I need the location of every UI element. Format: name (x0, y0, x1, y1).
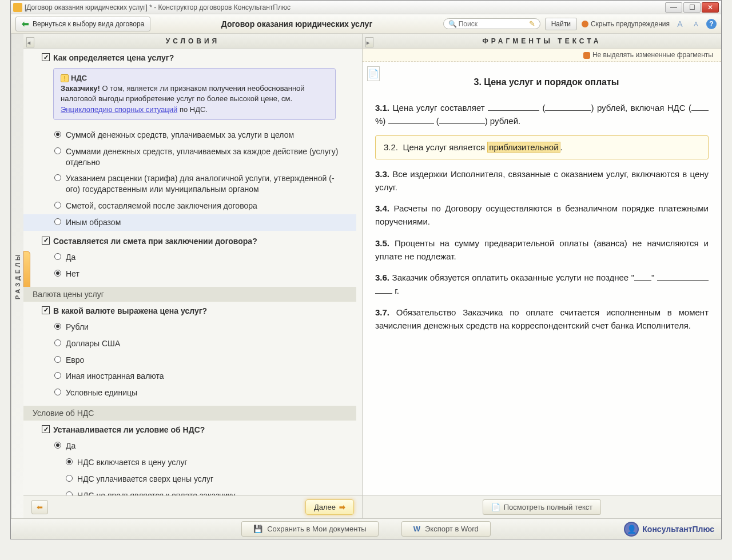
checkbox-icon[interactable]: ✓ (42, 53, 50, 61)
clause-3-1: 3.1. Цена услуг составляет () рублей, вк… (375, 101, 709, 128)
clause-3-7: 3.7. Обязательство Заказчика по оплате с… (375, 306, 709, 333)
radio-icon (54, 389, 61, 395)
view-full-button[interactable]: 📄Посмотреть полный текст (483, 499, 602, 515)
minimize-button[interactable]: — (665, 2, 682, 13)
logo-icon: 👤 (624, 522, 639, 537)
question-nds: ✓ Устанавливается ли условие об НДС? (23, 421, 356, 437)
titlebar: [Договор оказания юридических услуг] * -… (11, 1, 721, 14)
warn-icon (582, 21, 588, 27)
opt-nds-over[interactable]: НДС уплачивается сверх цены услуг (23, 471, 356, 487)
nds-note: !НДС Заказчику! О том, является ли призн… (53, 68, 336, 120)
search-icon: 🔍 (448, 20, 457, 28)
conditions-header: ◂ УСЛОВИЯ (23, 34, 362, 49)
font-smaller-icon[interactable]: A (690, 18, 702, 30)
toolbar: ⬅ Вернуться к выбору вида договора Догов… (11, 14, 721, 34)
radio-icon (66, 475, 73, 482)
export-word-button[interactable]: WЭкспорт в Word (401, 521, 491, 537)
clause-3-3: 3.3. Все издержки Исполнителя, связанные… (375, 167, 709, 194)
page-title: Договор оказания юридических услуг (155, 19, 438, 29)
prev-button[interactable]: ⬅ (31, 500, 48, 514)
clear-icon[interactable]: ✎ (529, 19, 535, 28)
radio-icon (54, 174, 61, 181)
hide-warnings-button[interactable]: Скрыть предупреждения (582, 20, 670, 28)
search-box[interactable]: 🔍 ✎ (443, 18, 540, 29)
group-currency: Валюта цены услуг (23, 287, 356, 302)
opt-est-no[interactable]: Нет (23, 266, 356, 282)
checkbox-icon[interactable]: ✓ (42, 237, 50, 245)
opt-est-yes[interactable]: Да (23, 249, 356, 266)
radio-icon (54, 253, 61, 260)
arrow-left-icon: ⬅ (22, 19, 29, 29)
find-button[interactable]: Найти (545, 18, 577, 30)
word-icon: W (413, 525, 420, 533)
close-button[interactable]: ✕ (702, 2, 719, 13)
document-body: 📄 3. Цена услуг и порядок оплаты 3.1. Це… (363, 62, 721, 495)
clause-3-6: 3.6. Заказчик обязуется оплатить оказанн… (375, 271, 709, 298)
document-icon[interactable]: 📄 (367, 66, 380, 81)
back-button[interactable]: ⬅ Вернуться к выбору вида договора (15, 17, 150, 31)
radio-icon (54, 147, 61, 154)
brand-logo: 👤КонсультантПлюс (624, 522, 714, 537)
question-currency: ✓ В какой валюте выражена цена услуг? (23, 302, 356, 318)
encyclopedia-link[interactable]: Энциклопедию спорных ситуаций (61, 105, 177, 114)
font-larger-icon[interactable]: A (674, 18, 686, 30)
radio-icon (54, 356, 61, 363)
checkbox-icon[interactable]: ✓ (42, 425, 50, 433)
highlighted-word: приблизительной (487, 142, 560, 153)
collapse-right-icon[interactable]: ▸ (365, 37, 373, 47)
sections-tab[interactable]: РАЗДЕЛЫ (11, 34, 23, 518)
opt-foreign[interactable]: Иная иностранная валюта (23, 368, 356, 385)
radio-icon (66, 458, 73, 465)
search-input[interactable] (459, 20, 529, 28)
save-icon: 💾 (253, 525, 262, 533)
section-heading: 3. Цена услуг и порядок оплаты (375, 75, 709, 90)
maximize-button[interactable]: ☐ (683, 2, 701, 13)
warning-icon: ! (61, 74, 69, 82)
radio-icon (54, 270, 61, 277)
radio-icon (54, 218, 61, 225)
opt-sum-each[interactable]: Суммами денежных средств, уплачиваемых з… (23, 143, 356, 171)
opt-other[interactable]: Иным образом (23, 214, 356, 231)
checkbox-icon[interactable]: ✓ (42, 306, 50, 314)
warn-strip[interactable]: Не выделять измененные фрагменты (363, 49, 721, 62)
next-button[interactable]: Далее➡ (305, 499, 354, 515)
collapse-left-icon[interactable]: ◂ (26, 37, 34, 47)
opt-nds-yes[interactable]: Да (23, 438, 356, 454)
radio-icon (54, 323, 61, 330)
radio-icon (54, 339, 61, 346)
clause-3-5: 3.5. Проценты на сумму предварительной о… (375, 237, 709, 263)
group-nds: Условие об НДС (23, 406, 356, 421)
question-price: ✓ Как определяется цена услуг? (23, 49, 356, 65)
back-label: Вернуться к выбору вида договора (33, 20, 144, 28)
clause-3-4: 3.4. Расчеты по Договору осуществляются … (375, 202, 709, 229)
opt-rub[interactable]: Рубли (23, 319, 356, 335)
warn-icon (583, 52, 590, 59)
arrow-left-icon: ⬅ (37, 503, 43, 511)
opt-estimate[interactable]: Сметой, составляемой после заключения до… (23, 198, 356, 214)
radio-icon (66, 491, 73, 495)
fragments-header: ▸ ФРАГМЕНТЫ ТЕКСТА (363, 34, 721, 49)
opt-eur[interactable]: Евро (23, 352, 356, 369)
arrow-right-icon: ➡ (339, 503, 345, 511)
question-estimate: ✓ Составляется ли смета при заключении д… (23, 232, 356, 248)
radio-icon (54, 131, 61, 138)
save-button[interactable]: 💾Сохранить в Мои документы (241, 521, 378, 537)
opt-nds-none[interactable]: НДС не предъявляется к оплате заказчику (23, 487, 356, 495)
opt-units[interactable]: Условные единицы (23, 385, 356, 401)
clause-3-2: 3.2. Цена услуг является приблизительной… (375, 135, 709, 159)
document-icon: 📄 (491, 503, 500, 511)
app-icon (13, 3, 22, 12)
bottom-bar: 💾Сохранить в Мои документы WЭкспорт в Wo… (11, 518, 721, 539)
opt-nds-incl[interactable]: НДС включается в цену услуг (23, 454, 356, 471)
opt-sum-total[interactable]: Суммой денежных средств, уплачиваемых за… (23, 127, 356, 143)
opt-tariff[interactable]: Указанием расценки (тарифа) для аналогич… (23, 170, 356, 198)
window-title: [Договор оказания юридических услуг] * -… (25, 3, 291, 11)
opt-usd[interactable]: Доллары США (23, 335, 356, 352)
radio-icon (54, 372, 61, 379)
radio-icon (54, 442, 61, 449)
radio-icon (54, 202, 61, 209)
help-button[interactable]: ? (706, 19, 717, 29)
